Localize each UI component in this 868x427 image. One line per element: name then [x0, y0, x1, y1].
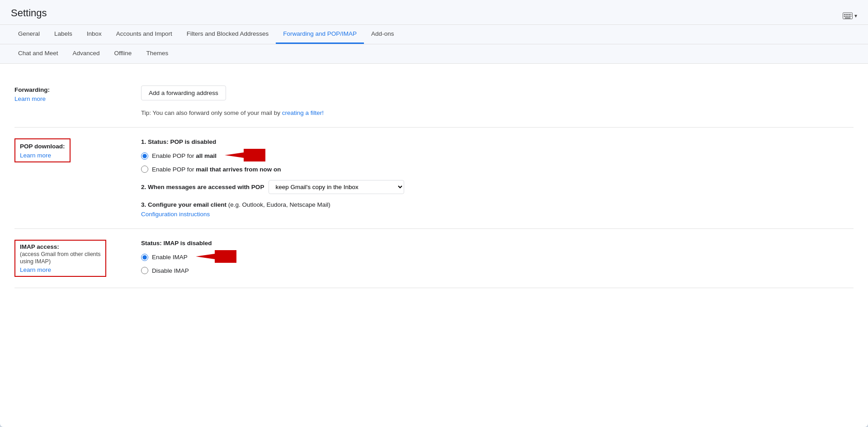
svg-rect-2 [845, 14, 847, 15]
forwarding-label-area: Forwarding: Learn more [14, 85, 141, 102]
svg-rect-5 [850, 14, 851, 15]
pop-content: 1. Status: POP is disabled Enable POP fo… [141, 138, 854, 218]
imap-status-text: Status: IMAP is disabled [141, 240, 854, 247]
svg-rect-11 [845, 18, 851, 19]
tab-general[interactable]: General [11, 25, 47, 44]
forwarding-label: Forwarding: [14, 86, 50, 93]
pop-arrow-indicator [225, 149, 265, 163]
when-messages-row: 2. When messages are accessed with POP k… [141, 180, 854, 194]
configure-row: 3. Configure your email client (e.g. Out… [141, 201, 854, 218]
forwarding-section: Forwarding: Learn more Add a forwarding … [14, 75, 854, 128]
forwarding-learn-more[interactable]: Learn more [14, 95, 130, 102]
svg-rect-8 [847, 16, 849, 17]
imap-disable-label[interactable]: Disable IMAP [152, 267, 189, 274]
imap-content: Status: IMAP is disabled Enable IMAP [141, 240, 854, 277]
svg-marker-13 [196, 250, 236, 263]
imap-disable-radio[interactable] [141, 267, 148, 274]
configuration-instructions-link[interactable]: Configuration instructions [141, 211, 854, 218]
pop-learn-more[interactable]: Learn more [20, 152, 65, 159]
pop-from-now-label[interactable]: Enable POP for mail that arrives from no… [152, 166, 281, 173]
tab-offline[interactable]: Offline [107, 44, 139, 63]
svg-rect-9 [849, 16, 850, 17]
tab-inbox[interactable]: Inbox [80, 25, 109, 44]
imap-radio-row-1: Enable IMAP [141, 250, 854, 264]
tab-filters-blocked[interactable]: Filters and Blocked Addresses [179, 25, 276, 44]
creating-filter-link[interactable]: creating a filter! [282, 109, 324, 116]
pop-action-select[interactable]: keep Gmail's copy in the Inbox archive G… [269, 180, 404, 194]
svg-rect-7 [845, 16, 847, 17]
configure-bold: 3. Configure your email client [141, 201, 226, 208]
tabs-row1: General Labels Inbox Accounts and Import… [0, 25, 868, 44]
pop-status-text: 1. Status: POP is disabled [141, 138, 854, 145]
pop-label-box: POP download: Learn more [14, 138, 71, 162]
svg-rect-4 [849, 14, 850, 15]
imap-access-section: IMAP access: (access Gmail from other cl… [14, 229, 854, 288]
pop-radio1-bold: all mail [196, 152, 217, 159]
tab-chat-meet[interactable]: Chat and Meet [11, 44, 66, 63]
tab-forwarding-pop-imap[interactable]: Forwarding and POP/IMAP [276, 25, 364, 44]
tab-accounts-import[interactable]: Accounts and Import [109, 25, 179, 44]
imap-sub-text2: using IMAP) [20, 258, 101, 265]
pop-label: POP download: [20, 143, 65, 150]
forwarding-content: Add a forwarding address Tip: You can al… [141, 85, 854, 116]
imap-radio-row-2: Disable IMAP [141, 267, 854, 274]
page-title: Settings [11, 7, 47, 24]
configure-eg: (e.g. Outlook, Eudora, Netscape Mail) [226, 201, 330, 208]
tab-themes[interactable]: Themes [139, 44, 175, 63]
pop-from-now-radio[interactable] [141, 166, 148, 173]
keyboard-dropdown-arrow: ▾ [854, 13, 857, 19]
imap-arrow-indicator [196, 250, 236, 264]
imap-enable-label[interactable]: Enable IMAP [152, 254, 188, 261]
imap-enable-radio[interactable] [141, 254, 148, 261]
imap-label-box: IMAP access: (access Gmail from other cl… [14, 240, 106, 277]
pop-radio-row-2: Enable POP for mail that arrives from no… [141, 166, 854, 173]
pop-download-section: POP download: Learn more 1. Status: POP … [14, 128, 854, 229]
keyboard-icon-button[interactable]: ▾ [843, 12, 857, 19]
pop-radio2-bold: mail that arrives from now on [196, 166, 281, 173]
pop-all-mail-radio[interactable] [141, 152, 148, 160]
configure-label: 3. Configure your email client (e.g. Out… [141, 201, 330, 208]
pop-radio1-text: Enable POP for [152, 152, 196, 159]
add-forwarding-address-button[interactable]: Add a forwarding address [141, 85, 226, 100]
svg-rect-10 [850, 16, 851, 17]
pop-all-mail-label[interactable]: Enable POP for all mail [152, 152, 217, 159]
forwarding-tip: Tip: You can also forward only some of y… [141, 109, 854, 116]
tab-labels[interactable]: Labels [47, 25, 80, 44]
tabs-row2: Chat and Meet Advanced Offline Themes [0, 44, 868, 64]
svg-rect-1 [844, 14, 845, 15]
pop-radio-row-1: Enable POP for all mail [141, 149, 854, 163]
pop-label-area: POP download: Learn more [14, 138, 141, 162]
imap-label: IMAP access: [20, 243, 101, 250]
tab-add-ons[interactable]: Add-ons [364, 25, 401, 44]
imap-sub-text1: (access Gmail from other clients [20, 251, 101, 257]
tip-text-static: Tip: You can also forward only some of y… [141, 109, 280, 116]
pop-radio2-text: Enable POP for [152, 166, 196, 173]
svg-marker-12 [225, 149, 265, 161]
imap-label-area: IMAP access: (access Gmail from other cl… [14, 240, 141, 277]
imap-learn-more[interactable]: Learn more [20, 266, 101, 273]
tab-advanced[interactable]: Advanced [66, 44, 107, 63]
svg-rect-6 [844, 16, 845, 17]
when-messages-label: 2. When messages are accessed with POP [141, 184, 264, 190]
svg-rect-3 [847, 14, 849, 15]
